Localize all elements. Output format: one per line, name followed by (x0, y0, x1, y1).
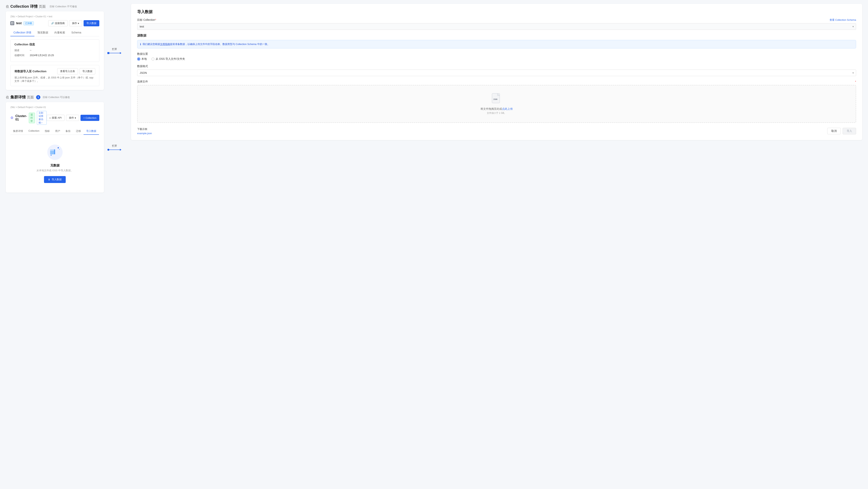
data-location-label: 数据位置 (137, 52, 856, 56)
collection-tabs: Collection 详情 预览数据 向量检索 Schema (10, 29, 99, 36)
data-format-label: 数据格式 (137, 65, 856, 68)
footer-buttons: 取消 导入 (827, 128, 856, 134)
radio-dot-oss (151, 57, 154, 61)
svg-point-8 (58, 147, 59, 148)
cancel-button[interactable]: 取消 (827, 128, 841, 134)
import-data-button-box[interactable]: 导入数据 (80, 68, 95, 75)
cluster-badge-new[interactable]: 立刻试用新功能 › (37, 111, 47, 125)
radio-oss[interactable]: 从 OSS 导入文件/文件夹 (151, 57, 185, 61)
data-format-select-wrapper: JSON (137, 69, 856, 76)
operations-button-top[interactable]: 操作 ▾ (69, 20, 82, 26)
info-label-created: 创建时间 (14, 54, 30, 57)
tab-cluster-detail[interactable]: 集群详情 (10, 128, 26, 135)
target-collection-label: 目标 Collection* (137, 18, 156, 22)
arrow-top-label: 打开 (112, 48, 117, 51)
arrow-bottom-label: 打开 (112, 144, 117, 148)
section2-suffix: 页面 (27, 95, 34, 99)
schema-link[interactable]: 查看 Collection Schema (830, 18, 856, 22)
import-data-button-top[interactable]: 导入数据 (84, 20, 99, 26)
step-number-badge: 1 (36, 95, 40, 99)
svg-rect-2 (11, 24, 12, 24)
svg-rect-5 (50, 150, 54, 154)
tab-migration[interactable]: 迁移 (73, 128, 84, 135)
arrow-line-top (109, 53, 120, 53)
info-value-created: 2024年1月24日 15:25 (30, 54, 54, 57)
import-data-button-cluster[interactable]: ⬆ 导入数据 (44, 176, 66, 183)
source-data-title: 源数据 (137, 34, 856, 38)
import-box-desc: 请上传本地 json 文件。或者，从 OSS 中上传 json 文件（单个）或 … (14, 76, 95, 83)
collection-card-header: test 已加载 🔗 连接指南 操作 ▾ 导入数据 (10, 20, 99, 26)
arrow-head-bottom (120, 149, 121, 151)
tab-preview-data[interactable]: 预览数据 (34, 29, 51, 36)
svg-point-9 (59, 149, 60, 150)
target-collection-select-wrapper: test (137, 23, 856, 30)
view-import-tasks-button[interactable]: 查看导入任务 (57, 68, 78, 75)
add-collection-button[interactable]: + Collection (81, 115, 99, 121)
tab-vector-search[interactable]: 向量检索 (51, 29, 68, 36)
upload-link[interactable]: 点此上传 (502, 107, 513, 110)
svg-rect-7 (54, 149, 55, 154)
info-icon: ℹ (140, 43, 141, 46)
chevron-down-icon: ▾ (78, 22, 79, 25)
data-format-group: 数据格式 JSON (137, 65, 856, 76)
info-label-desc: 描述 (14, 49, 30, 52)
arrow-dot-bottom (107, 149, 109, 151)
cluster-nav-tabs: 集群详情 Collection 指标 用户 备份 迁移 导入数据 (10, 128, 99, 135)
tab-metrics[interactable]: 指标 (42, 128, 53, 135)
form-footer: 下载示例 example.json 取消 导入 (137, 127, 856, 135)
section1-title: Collection 详情 (10, 4, 38, 9)
empty-illustration (46, 144, 64, 161)
operations-button-cluster[interactable]: 操作 ▾ (66, 115, 79, 121)
tab-cluster-collection[interactable]: Collection (26, 128, 42, 135)
download-example-section: 下载示例 example.json (137, 127, 152, 135)
tab-import-data[interactable]: 导入数据 (84, 128, 99, 135)
target-collection-label-row: 目标 Collection* 查看 Collection Schema (137, 18, 856, 22)
target-collection-select[interactable]: test (137, 23, 856, 30)
cluster-name: Cluster-01 (16, 114, 27, 121)
tab-schema[interactable]: Schema (68, 29, 84, 36)
data-location-group: 数据位置 本地 从 OSS 导入文件/文件夹 (137, 52, 856, 61)
cluster-badge-running: 运行中 (29, 113, 35, 123)
alert-doc-link[interactable]: 文档指南 (160, 43, 170, 46)
import-collection-box: 将数据导入至 Collection 查看导入任务 导入数据 请上传本地 json… (10, 65, 99, 86)
section1-suffix: 页面 (39, 4, 46, 9)
radio-group-location: 本地 从 OSS 导入文件/文件夹 (137, 57, 856, 61)
upload-text: 将文件拖拽至此或点此上传 (142, 107, 852, 111)
upload-area[interactable]: JSON 将文件拖拽至此或点此上传 文件须小于 1 GB。 (137, 85, 856, 123)
data-format-select[interactable]: JSON (137, 69, 856, 76)
breadcrumb-top: Zilliz > Default Project > Cluster-01 > … (10, 15, 99, 18)
collection-info-box: Collection 信息 描述 -- 创建时间 2024年1月24日 15:2… (10, 39, 99, 62)
breadcrumb-bottom: Zilliz > Default Project > Cluster-01 (10, 106, 99, 109)
cluster-icon: ⚙ (10, 116, 13, 120)
import-panel: 导入数据 目标 Collection* 查看 Collection Schema… (131, 4, 862, 140)
section2-title: 集群详情 (10, 94, 26, 100)
empty-title: 无数据 (14, 164, 95, 168)
link-icon: 🔗 (51, 22, 54, 25)
collection-icon (10, 21, 14, 25)
play-icon: ▷ (50, 117, 51, 119)
import-box-title: 将数据导入至 Collection (14, 69, 46, 73)
target-collection-group: 目标 Collection* 查看 Collection Schema test (137, 18, 856, 30)
arrow-bottom: 打开 (104, 144, 125, 151)
source-data-alert: ℹ 我们建议您根据文档指南提前准备数据，以确保上传文件中的字段名称、数据类型与 … (137, 40, 856, 49)
connect-guide-button[interactable]: 🔗 连接指南 (48, 20, 68, 26)
explore-api-button[interactable]: ▷ 探索 API (47, 115, 65, 121)
example-json-link[interactable]: example.json (137, 132, 152, 135)
svg-rect-0 (11, 22, 12, 23)
cluster-detail-card: Zilliz > Default Project > Cluster-01 ⚙ … (6, 102, 104, 193)
collection-info-title: Collection 信息 (14, 43, 95, 46)
import-panel-title: 导入数据 (137, 9, 856, 15)
tab-collection-detail[interactable]: Collection 详情 (10, 29, 34, 36)
upload-file-icon: JSON (492, 93, 502, 105)
import-button: 导入 (843, 128, 856, 134)
svg-point-10 (51, 155, 52, 156)
tab-users[interactable]: 用户 (53, 128, 63, 135)
section2-prefix: 在 (6, 95, 9, 99)
chevron-down-icon-2: ▾ (75, 116, 76, 119)
alert-content: 我们建议您根据文档指南提前准备数据，以确保上传文件中的字段名称、数据类型与 Co… (143, 42, 270, 46)
upload-hint: 文件须小于 1 GB。 (142, 112, 852, 115)
arrow-head-top (120, 52, 121, 54)
radio-local[interactable]: 本地 (137, 57, 147, 61)
section2-header: 在 集群详情 页面 1 目标 Collection 可以修改 (6, 94, 125, 100)
tab-backup[interactable]: 备份 (63, 128, 73, 135)
